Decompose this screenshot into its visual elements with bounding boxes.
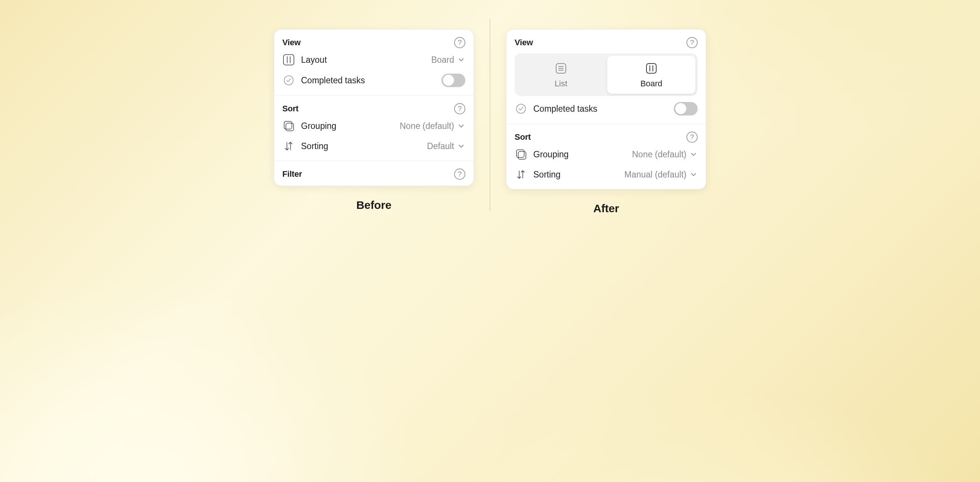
completed-tasks-label: Completed tasks: [533, 104, 597, 114]
sorting-value-control[interactable]: Manual (default): [624, 170, 698, 180]
sorting-label: Sorting: [301, 141, 328, 151]
segment-list-label: List: [555, 79, 567, 89]
grouping-icon: [282, 120, 295, 132]
grouping-value: None (default): [399, 121, 454, 131]
filter-section-header: Filter ?: [274, 166, 474, 181]
chevron-down-icon: [689, 171, 698, 179]
view-section-header: View ?: [274, 35, 474, 50]
before-column: View ? Layout Board: [258, 29, 490, 211]
before-panel: View ? Layout Board: [274, 29, 474, 186]
filter-help-button[interactable]: ?: [454, 169, 465, 180]
view-help-button[interactable]: ?: [454, 37, 465, 48]
svg-rect-0: [283, 54, 294, 65]
sorting-label: Sorting: [533, 170, 561, 180]
svg-rect-12: [646, 64, 656, 73]
view-section-header: View ?: [506, 35, 706, 50]
grouping-row[interactable]: Grouping None (default): [274, 116, 474, 136]
after-column: View ? List: [490, 29, 722, 215]
grouping-icon: [515, 148, 527, 161]
sort-section: Sort ? Grouping None (default): [274, 95, 474, 161]
layout-value-control[interactable]: Board: [431, 55, 465, 65]
sorting-row[interactable]: Sorting Default: [274, 136, 474, 156]
check-circle-icon: [282, 74, 295, 87]
comparison-stage: View ? Layout Board: [258, 29, 722, 215]
segment-board[interactable]: Board: [607, 56, 695, 94]
sorting-value: Manual (default): [624, 170, 686, 180]
grouping-label: Grouping: [533, 150, 569, 160]
layout-label: Layout: [301, 55, 327, 65]
svg-rect-16: [517, 150, 524, 158]
grouping-value-control[interactable]: None (default): [399, 121, 465, 131]
board-columns-icon: [282, 53, 295, 66]
view-section: View ? Layout Board: [274, 30, 474, 95]
svg-point-15: [517, 104, 525, 113]
check-circle-icon: [515, 102, 527, 115]
after-caption: After: [593, 202, 619, 215]
grouping-row[interactable]: Grouping None (default): [506, 144, 706, 164]
sort-help-button[interactable]: ?: [454, 103, 465, 114]
filter-section: Filter ?: [274, 161, 474, 186]
sort-arrows-icon: [515, 168, 527, 181]
sort-section-header: Sort ?: [506, 129, 706, 144]
sort-help-button[interactable]: ?: [686, 131, 698, 143]
board-columns-icon: [644, 62, 658, 75]
filter-section-title: Filter: [282, 169, 302, 179]
completed-tasks-row: Completed tasks: [274, 70, 474, 91]
layout-segmented-control[interactable]: List Board: [515, 53, 698, 96]
view-section-title: View: [282, 38, 301, 48]
layout-row[interactable]: Layout Board: [274, 50, 474, 70]
chevron-down-icon: [457, 142, 465, 150]
completed-tasks-toggle[interactable]: [674, 102, 698, 115]
chevron-down-icon: [689, 150, 698, 158]
chevron-down-icon: [457, 56, 465, 64]
segment-list[interactable]: List: [517, 56, 605, 94]
layout-value: Board: [431, 55, 454, 65]
sort-section-title: Sort: [515, 132, 531, 142]
svg-rect-5: [286, 123, 294, 131]
view-section: View ? List: [506, 30, 706, 124]
sorting-value-control[interactable]: Default: [427, 141, 465, 151]
sort-section-title: Sort: [282, 104, 298, 113]
sort-section-header: Sort ?: [274, 101, 474, 116]
completed-tasks-toggle[interactable]: [441, 73, 465, 87]
view-section-title: View: [515, 38, 533, 48]
before-caption: Before: [356, 199, 391, 211]
grouping-label: Grouping: [301, 121, 337, 131]
view-help-button[interactable]: ?: [686, 37, 698, 48]
grouping-value: None (default): [632, 150, 686, 160]
sort-arrows-icon: [282, 140, 295, 152]
segment-board-label: Board: [641, 79, 663, 89]
after-panel: View ? List: [506, 29, 706, 190]
svg-rect-17: [518, 151, 526, 159]
sorting-row[interactable]: Sorting Manual (default): [506, 164, 706, 185]
sorting-value: Default: [427, 141, 454, 151]
grouping-value-control[interactable]: None (default): [632, 150, 698, 160]
svg-rect-4: [284, 121, 292, 129]
svg-point-3: [284, 76, 293, 85]
chevron-down-icon: [457, 122, 465, 130]
completed-tasks-row: Completed tasks: [506, 98, 706, 119]
completed-tasks-label: Completed tasks: [301, 75, 365, 86]
list-icon: [554, 62, 568, 75]
sort-section: Sort ? Grouping None (default): [506, 124, 706, 189]
